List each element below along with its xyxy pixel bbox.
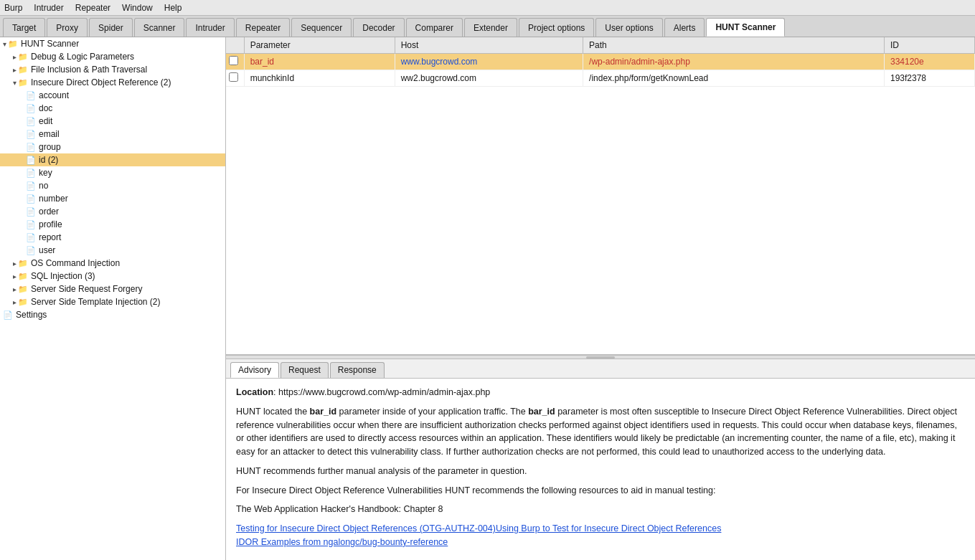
tree-label-file: File Inclusion & Path Traversal — [31, 65, 147, 75]
tree-file-inclusion[interactable]: ▸ 📁 File Inclusion & Path Traversal — [0, 63, 225, 76]
expand-arrow-file: ▸ — [13, 66, 17, 74]
tree-user[interactable]: 📄 user — [0, 244, 225, 257]
folder-icon-ssrf: 📁 — [18, 285, 28, 294]
advisory-para4: The Web Application Hacker's Handbook: C… — [236, 503, 965, 516]
tab-project-options[interactable]: Project options — [519, 18, 594, 37]
param1-bold: bar_id — [310, 407, 337, 417]
tab-comparer[interactable]: Comparer — [406, 18, 463, 37]
file-icon-report: 📄 — [26, 233, 36, 242]
tree-label-sql: SQL Injection (3) — [31, 271, 95, 281]
folder-icon-debug: 📁 — [18, 52, 28, 62]
table-area: Parameter Host Path ID bar_idwww.bugcrow… — [226, 37, 975, 355]
file-icon-profile: 📄 — [26, 220, 36, 229]
tree-group[interactable]: 📄 group — [0, 141, 225, 153]
menu-repeater[interactable]: Repeater — [75, 3, 110, 13]
menu-window[interactable]: Window — [122, 3, 153, 13]
tree-label-idor: Insecure Direct Object Reference (2) — [31, 77, 171, 87]
tree-profile[interactable]: 📄 profile — [0, 218, 225, 231]
file-icon-edit: 📄 — [26, 117, 36, 126]
expand-arrow-idor: ▾ — [13, 79, 17, 87]
menu-bar: Burp Intruder Repeater Window Help — [0, 0, 975, 16]
tree-os-cmd[interactable]: ▸ 📁 OS Command Injection — [0, 257, 225, 270]
tree-idor[interactable]: ▾ 📁 Insecure Direct Object Reference (2) — [0, 76, 225, 89]
menu-burp[interactable]: Burp — [4, 3, 22, 13]
file-icon-group: 📄 — [26, 143, 36, 152]
row-checkbox-0[interactable] — [229, 56, 238, 65]
tab-hunt-scanner[interactable]: HUNT Scanner — [706, 18, 785, 37]
menu-help[interactable]: Help — [164, 3, 182, 13]
tree-label-ssti: Server Side Template Injection (2) — [31, 297, 161, 307]
tab-response[interactable]: Response — [330, 362, 385, 378]
folder-icon-idor: 📁 — [18, 78, 28, 87]
tab-user-options[interactable]: User options — [595, 18, 662, 37]
tree-no[interactable]: 📄 no — [0, 179, 225, 192]
tab-repeater[interactable]: Repeater — [236, 18, 290, 37]
tab-scanner[interactable]: Scanner — [134, 18, 185, 37]
tree-label-group: group — [39, 142, 61, 152]
row-checkbox-1[interactable] — [229, 72, 238, 82]
tab-bar: Target Proxy Spider Scanner Intruder Rep… — [0, 16, 975, 37]
tree-account[interactable]: 📄 account — [0, 89, 225, 102]
tree-label-edit: edit — [39, 116, 52, 126]
cell-host-0: www.bugcrowd.com — [395, 54, 583, 70]
tree-label-number: number — [39, 194, 68, 204]
link-idor-examples[interactable]: IDOR Examples from ngalongc/bug-bounty-r… — [236, 537, 448, 547]
tree-label-id: id (2) — [39, 155, 58, 165]
tab-request[interactable]: Request — [281, 362, 329, 378]
file-icon-id: 📄 — [26, 156, 36, 165]
divider-handle — [586, 356, 615, 359]
tree-label-no: no — [39, 181, 48, 191]
tree-email[interactable]: 📄 email — [0, 128, 225, 141]
location-label: Location — [236, 387, 273, 397]
tree-label-root: HUNT Scanner — [21, 39, 79, 49]
tree-ssrf[interactable]: ▸ 📁 Server Side Request Forgery — [0, 283, 225, 295]
table-row[interactable]: munchkinIdww2.bugcrowd.com/index.php/for… — [226, 70, 975, 87]
expand-arrow-oscmd: ▸ — [13, 260, 17, 267]
tab-intruder[interactable]: Intruder — [186, 18, 234, 37]
expand-arrow-root: ▾ — [3, 40, 6, 48]
tree-settings[interactable]: 📄 Settings — [0, 308, 225, 321]
tree-order[interactable]: 📄 order — [0, 205, 225, 218]
tree-report[interactable]: 📄 report — [0, 231, 225, 244]
tab-target[interactable]: Target — [3, 18, 45, 37]
table-row[interactable]: bar_idwww.bugcrowd.com/wp-admin/admin-aj… — [226, 54, 975, 70]
link-owasp[interactable]: Testing for Insecure Direct Object Refer… — [236, 523, 496, 533]
menu-intruder[interactable]: Intruder — [34, 3, 63, 13]
link-burp-test[interactable]: Using Burp to Test for Insecure Direct O… — [496, 523, 722, 533]
cell-parameter-0: bar_id — [244, 54, 395, 70]
tree-key[interactable]: 📄 key — [0, 166, 225, 179]
right-panel: Parameter Host Path ID bar_idwww.bugcrow… — [226, 37, 975, 560]
bottom-tab-bar: Advisory Request Response — [226, 359, 975, 379]
expand-arrow-debug: ▸ — [13, 53, 17, 61]
file-icon-user: 📄 — [26, 246, 36, 255]
tree-label-user: user — [39, 245, 55, 255]
expand-arrow-ssrf: ▸ — [13, 285, 17, 293]
tab-advisory[interactable]: Advisory — [230, 362, 279, 378]
tree-label-doc: doc — [39, 103, 52, 113]
folder-icon-file: 📁 — [18, 65, 28, 75]
file-icon-doc: 📄 — [26, 104, 36, 113]
tab-decoder[interactable]: Decoder — [353, 18, 404, 37]
col-path-header[interactable]: Path — [583, 37, 885, 54]
col-host-header[interactable]: Host — [395, 37, 583, 54]
col-id-header[interactable]: ID — [884, 37, 974, 54]
tree-doc[interactable]: 📄 doc — [0, 102, 225, 115]
folder-icon-root: 📁 — [8, 39, 18, 49]
tree-debug[interactable]: ▸ 📁 Debug & Logic Parameters — [0, 50, 225, 63]
cell-id-1: 193f2378 — [884, 70, 974, 87]
cell-path-1: /index.php/form/getKnownLead — [583, 70, 885, 87]
file-icon-number: 📄 — [26, 194, 36, 204]
tree-sql[interactable]: ▸ 📁 SQL Injection (3) — [0, 270, 225, 283]
tab-sequencer[interactable]: Sequencer — [291, 18, 352, 37]
file-icon-email: 📄 — [26, 130, 36, 139]
tree-edit[interactable]: 📄 edit — [0, 115, 225, 128]
tree-number[interactable]: 📄 number — [0, 192, 225, 205]
tab-spider[interactable]: Spider — [89, 18, 133, 37]
tab-proxy[interactable]: Proxy — [47, 18, 88, 37]
tab-alerts[interactable]: Alerts — [664, 18, 705, 37]
tree-hunt-root[interactable]: ▾ 📁 HUNT Scanner — [0, 37, 225, 50]
tree-id[interactable]: 📄 id (2) — [0, 153, 225, 166]
tab-extender[interactable]: Extender — [464, 18, 517, 37]
tree-ssti[interactable]: ▸ 📁 Server Side Template Injection (2) — [0, 295, 225, 308]
col-parameter-header[interactable]: Parameter — [244, 37, 395, 54]
